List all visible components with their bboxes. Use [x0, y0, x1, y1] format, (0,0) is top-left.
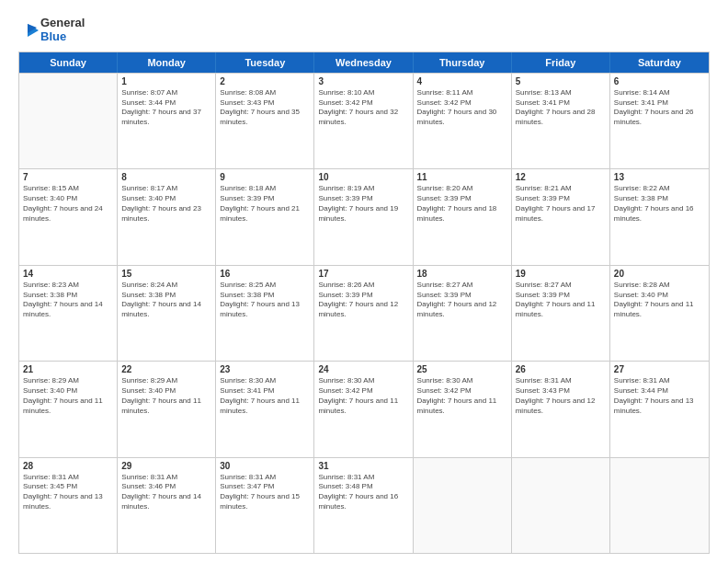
day-info: Sunrise: 8:26 AM Sunset: 3:39 PM Dayligh… [318, 281, 408, 320]
day-number: 7 [23, 172, 113, 182]
calendar-cell: 13 Sunrise: 8:22 AM Sunset: 3:38 PM Dayl… [610, 169, 709, 264]
calendar-cell: 4 Sunrise: 8:11 AM Sunset: 3:42 PM Dayli… [414, 74, 512, 168]
day-info: Sunrise: 8:20 AM Sunset: 3:39 PM Dayligh… [417, 184, 507, 224]
day-number: 4 [417, 76, 507, 86]
day-number: 2 [220, 76, 310, 86]
day-number: 21 [23, 364, 113, 374]
calendar-cell: 15 Sunrise: 8:24 AM Sunset: 3:38 PM Dayl… [118, 266, 216, 361]
header: General Blue [18, 17, 710, 44]
day-info: Sunrise: 8:19 AM Sunset: 3:39 PM Dayligh… [318, 184, 408, 224]
calendar-cell [610, 458, 709, 553]
calendar-cell: 11 Sunrise: 8:20 AM Sunset: 3:39 PM Dayl… [414, 169, 512, 264]
day-info: Sunrise: 8:24 AM Sunset: 3:38 PM Dayligh… [121, 281, 211, 320]
calendar-cell: 28 Sunrise: 8:31 AM Sunset: 3:45 PM Dayl… [19, 458, 118, 553]
header-tuesday: Tuesday [216, 52, 314, 73]
day-number: 3 [318, 76, 408, 86]
calendar-cell: 27 Sunrise: 8:31 AM Sunset: 3:44 PM Dayl… [610, 362, 709, 456]
day-info: Sunrise: 8:22 AM Sunset: 3:38 PM Dayligh… [614, 184, 705, 224]
day-info: Sunrise: 8:11 AM Sunset: 3:42 PM Dayligh… [417, 88, 507, 128]
day-info: Sunrise: 8:30 AM Sunset: 3:41 PM Dayligh… [220, 376, 310, 416]
page: General Blue Sunday Monday Tuesday Wedne… [0, 0, 728, 563]
day-number: 15 [121, 269, 211, 279]
day-info: Sunrise: 8:31 AM Sunset: 3:47 PM Dayligh… [220, 473, 310, 512]
day-number: 16 [220, 269, 310, 279]
day-info: Sunrise: 8:25 AM Sunset: 3:38 PM Dayligh… [220, 281, 310, 320]
header-friday: Friday [512, 52, 610, 73]
day-info: Sunrise: 8:31 AM Sunset: 3:43 PM Dayligh… [516, 376, 606, 416]
day-number: 17 [318, 269, 408, 279]
calendar-cell: 8 Sunrise: 8:17 AM Sunset: 3:40 PM Dayli… [118, 169, 216, 264]
calendar-cell: 31 Sunrise: 8:31 AM Sunset: 3:48 PM Dayl… [314, 458, 413, 553]
logo-bird-icon [18, 20, 39, 40]
day-info: Sunrise: 8:29 AM Sunset: 3:40 PM Dayligh… [23, 376, 113, 416]
calendar-cell: 19 Sunrise: 8:27 AM Sunset: 3:39 PM Dayl… [512, 266, 610, 361]
day-info: Sunrise: 8:31 AM Sunset: 3:48 PM Dayligh… [318, 473, 408, 512]
day-info: Sunrise: 8:07 AM Sunset: 3:44 PM Dayligh… [121, 88, 211, 128]
calendar-cell: 9 Sunrise: 8:18 AM Sunset: 3:39 PM Dayli… [216, 169, 314, 264]
calendar-cell: 7 Sunrise: 8:15 AM Sunset: 3:40 PM Dayli… [19, 169, 118, 264]
calendar-cell: 26 Sunrise: 8:31 AM Sunset: 3:43 PM Dayl… [512, 362, 610, 456]
day-info: Sunrise: 8:29 AM Sunset: 3:40 PM Dayligh… [121, 376, 211, 416]
calendar-cell: 20 Sunrise: 8:28 AM Sunset: 3:40 PM Dayl… [610, 266, 709, 361]
logo-line1: General [40, 17, 85, 30]
day-number: 26 [516, 364, 606, 374]
calendar-cell [414, 458, 512, 553]
calendar-row-5: 28 Sunrise: 8:31 AM Sunset: 3:45 PM Dayl… [19, 457, 709, 553]
calendar-body: 1 Sunrise: 8:07 AM Sunset: 3:44 PM Dayli… [19, 73, 709, 553]
calendar-cell: 18 Sunrise: 8:27 AM Sunset: 3:39 PM Dayl… [414, 266, 512, 361]
calendar-cell: 23 Sunrise: 8:30 AM Sunset: 3:41 PM Dayl… [216, 362, 314, 456]
day-number: 25 [417, 364, 507, 374]
calendar-cell: 29 Sunrise: 8:31 AM Sunset: 3:46 PM Dayl… [118, 458, 216, 553]
calendar-cell [512, 458, 610, 553]
day-info: Sunrise: 8:30 AM Sunset: 3:42 PM Dayligh… [318, 376, 408, 416]
day-info: Sunrise: 8:21 AM Sunset: 3:39 PM Dayligh… [516, 184, 606, 224]
calendar-row-1: 1 Sunrise: 8:07 AM Sunset: 3:44 PM Dayli… [19, 73, 709, 168]
day-info: Sunrise: 8:23 AM Sunset: 3:38 PM Dayligh… [23, 281, 113, 320]
calendar-cell: 17 Sunrise: 8:26 AM Sunset: 3:39 PM Dayl… [314, 266, 413, 361]
day-info: Sunrise: 8:15 AM Sunset: 3:40 PM Dayligh… [23, 184, 113, 224]
day-number: 11 [417, 172, 507, 182]
day-number: 18 [417, 269, 507, 279]
calendar-cell: 10 Sunrise: 8:19 AM Sunset: 3:39 PM Dayl… [314, 169, 413, 264]
day-info: Sunrise: 8:14 AM Sunset: 3:41 PM Dayligh… [614, 88, 705, 128]
logo-line2: Blue [40, 30, 85, 44]
day-info: Sunrise: 8:31 AM Sunset: 3:44 PM Dayligh… [614, 376, 705, 416]
day-number: 13 [614, 172, 705, 182]
calendar-cell: 14 Sunrise: 8:23 AM Sunset: 3:38 PM Dayl… [19, 266, 118, 361]
day-info: Sunrise: 8:28 AM Sunset: 3:40 PM Dayligh… [614, 281, 705, 320]
day-info: Sunrise: 8:27 AM Sunset: 3:39 PM Dayligh… [516, 281, 606, 320]
day-number: 19 [516, 269, 606, 279]
day-info: Sunrise: 8:13 AM Sunset: 3:41 PM Dayligh… [516, 88, 606, 128]
day-number: 30 [220, 461, 310, 471]
calendar: Sunday Monday Tuesday Wednesday Thursday… [18, 52, 710, 554]
day-number: 24 [318, 364, 408, 374]
day-number: 22 [121, 364, 211, 374]
day-number: 27 [614, 364, 705, 374]
day-info: Sunrise: 8:27 AM Sunset: 3:39 PM Dayligh… [417, 281, 507, 320]
header-sunday: Sunday [19, 52, 118, 73]
header-monday: Monday [118, 52, 216, 73]
calendar-cell: 16 Sunrise: 8:25 AM Sunset: 3:38 PM Dayl… [216, 266, 314, 361]
day-number: 29 [121, 461, 211, 471]
day-number: 9 [220, 172, 310, 182]
day-number: 31 [318, 461, 408, 471]
calendar-cell: 30 Sunrise: 8:31 AM Sunset: 3:47 PM Dayl… [216, 458, 314, 553]
day-number: 6 [614, 76, 705, 86]
logo: General Blue [18, 17, 85, 44]
day-info: Sunrise: 8:08 AM Sunset: 3:43 PM Dayligh… [220, 88, 310, 128]
header-wednesday: Wednesday [314, 52, 413, 73]
calendar-cell: 6 Sunrise: 8:14 AM Sunset: 3:41 PM Dayli… [610, 74, 709, 168]
calendar-cell: 5 Sunrise: 8:13 AM Sunset: 3:41 PM Dayli… [512, 74, 610, 168]
calendar-cell: 1 Sunrise: 8:07 AM Sunset: 3:44 PM Dayli… [118, 74, 216, 168]
day-number: 23 [220, 364, 310, 374]
header-thursday: Thursday [414, 52, 512, 73]
day-number: 14 [23, 269, 113, 279]
calendar-cell: 2 Sunrise: 8:08 AM Sunset: 3:43 PM Dayli… [216, 74, 314, 168]
day-number: 5 [516, 76, 606, 86]
day-number: 28 [23, 461, 113, 471]
day-info: Sunrise: 8:10 AM Sunset: 3:42 PM Dayligh… [318, 88, 408, 128]
calendar-row-2: 7 Sunrise: 8:15 AM Sunset: 3:40 PM Dayli… [19, 168, 709, 264]
calendar-cell [19, 74, 118, 168]
calendar-cell: 24 Sunrise: 8:30 AM Sunset: 3:42 PM Dayl… [314, 362, 413, 456]
calendar-cell: 22 Sunrise: 8:29 AM Sunset: 3:40 PM Dayl… [118, 362, 216, 456]
